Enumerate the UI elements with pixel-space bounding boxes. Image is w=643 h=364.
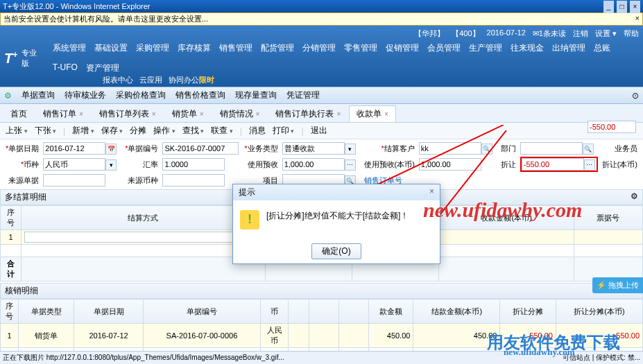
close-warning-icon[interactable]: × — [635, 14, 640, 24]
col-seq: 序号 — [1, 206, 22, 230]
help-link[interactable]: 帮助 — [624, 28, 639, 39]
close-button[interactable]: × — [630, 1, 640, 13]
allocate-button[interactable]: 分摊 — [128, 125, 148, 137]
discount-local-label: 折让(本币) — [602, 159, 637, 170]
nav-item[interactable]: 基础设置 — [94, 42, 128, 54]
subnav-item[interactable]: 协同办公 — [169, 76, 199, 84]
settings-link[interactable]: 设置 ▾ — [595, 28, 617, 39]
gear-icon[interactable]: ⚙ — [4, 91, 12, 101]
discount-local-input[interactable] — [588, 121, 636, 133]
nav-item[interactable]: 总账 — [594, 42, 610, 54]
nav-item[interactable]: 销售管理 — [219, 42, 252, 54]
curr-input[interactable] — [43, 158, 105, 171]
msg-button[interactable]: 消息 — [248, 125, 267, 137]
nav-item[interactable]: 采购管理 — [136, 42, 169, 54]
collapse-icon[interactable]: ⊙ — [632, 91, 639, 101]
save-button[interactable]: 保存 — [100, 125, 125, 137]
nav-item[interactable]: 库存核算 — [178, 42, 211, 54]
subnav-item[interactable]: 云应用 — [139, 76, 162, 84]
new-button[interactable]: 新增 — [71, 125, 96, 137]
nav-item[interactable]: T-UFO — [53, 62, 78, 74]
type-input[interactable] — [282, 142, 345, 155]
dialog-close-icon[interactable]: × — [429, 187, 434, 198]
code-input[interactable] — [162, 142, 239, 155]
dept-label: 部门 — [501, 144, 516, 154]
tab-close-icon[interactable]: × — [79, 110, 83, 118]
tb2-item[interactable]: 现存量查询 — [235, 89, 277, 101]
curr-label: 币种 — [6, 159, 39, 170]
prev-button[interactable]: 上张 — [4, 125, 29, 137]
tab-close-icon[interactable]: × — [336, 110, 341, 118]
nav-item[interactable]: 系统管理 — [53, 42, 86, 54]
nav-item[interactable]: 往来现金 — [511, 42, 544, 54]
action-button[interactable]: 操作 — [152, 125, 177, 137]
tb2-item[interactable]: 销售价格查询 — [175, 89, 225, 101]
logout-link[interactable]: 注销 — [573, 28, 588, 39]
cust-input[interactable] — [419, 142, 481, 155]
tab-item[interactable]: 销货情况× — [212, 105, 268, 122]
ok-button[interactable]: 确定(O) — [311, 243, 361, 259]
tab-item[interactable]: 销售订单× — [35, 105, 91, 122]
subnav-item[interactable]: 报表中心 — [103, 76, 133, 84]
tb2-item[interactable]: 待审核业务 — [65, 89, 106, 101]
discount-input[interactable] — [522, 158, 584, 171]
tab-item[interactable]: 销售订单列表× — [92, 105, 164, 122]
hot-badge: 限时 — [199, 76, 214, 84]
search-icon[interactable]: 🔍 — [583, 144, 594, 155]
tb2-item[interactable]: 采购价格查询 — [116, 89, 166, 101]
cell-input[interactable] — [24, 232, 262, 243]
relate-button[interactable]: 联查 — [209, 125, 234, 137]
prepay-local-input[interactable] — [419, 158, 481, 171]
rate-input[interactable] — [162, 158, 225, 171]
tab-item[interactable]: 销售订单执行表× — [268, 105, 348, 122]
exit-button[interactable]: 退出 — [309, 125, 329, 137]
maximize-button[interactable]: □ — [617, 1, 627, 13]
lookup-icon[interactable]: ⋯ — [345, 159, 356, 171]
col-bill: 票据号 — [574, 206, 642, 230]
logo: T+ — [4, 50, 17, 67]
security-warning-bar[interactable]: 当前安全设置会使计算机有风险。请单击这里更改安全设置... × — [0, 12, 643, 26]
date-label: 单据日期 — [6, 144, 39, 154]
nav-item[interactable]: 分销管理 — [302, 42, 336, 54]
tb2-item[interactable]: 凭证管理 — [286, 89, 320, 101]
print-button[interactable]: 打印 — [271, 125, 296, 137]
main-nav: 系统管理 基础设置 采购管理 库存核算 销售管理 配货管理 分销管理 零售管理 … — [47, 40, 639, 76]
tab-close-icon[interactable]: × — [256, 110, 260, 118]
top-link-msg[interactable]: ✉1条未读 — [533, 28, 566, 39]
prepay-input[interactable] — [282, 158, 345, 171]
search-icon[interactable]: 🔍 — [481, 144, 492, 155]
find-button[interactable]: 查找 — [181, 125, 206, 137]
sub-nav: 报表中心 云应用 协同办公限时 — [4, 75, 639, 85]
dropdown-icon[interactable]: ▾ — [345, 144, 356, 155]
src-input[interactable] — [43, 174, 105, 187]
tab-close-icon[interactable]: × — [384, 110, 388, 118]
src-curr-input[interactable] — [162, 174, 225, 187]
tab-close-icon[interactable]: × — [200, 110, 204, 118]
calendar-icon[interactable]: 📅 — [105, 144, 117, 155]
dropdown-icon[interactable]: ▾ — [105, 159, 117, 171]
top-link[interactable]: 【400】 — [452, 28, 479, 39]
nav-item[interactable]: 零售管理 — [344, 42, 377, 54]
next-button[interactable]: 下张 — [33, 125, 58, 137]
nav-item[interactable]: 生产管理 — [469, 42, 502, 54]
nav-item[interactable]: 资产管理 — [86, 62, 119, 74]
tab-receipt[interactable]: 收款单× — [349, 105, 396, 122]
code-label: 单据编号 — [125, 144, 158, 154]
tab-home[interactable]: 首页 — [3, 105, 35, 122]
date-input[interactable] — [43, 142, 105, 155]
minimize-button[interactable]: _ — [603, 1, 614, 13]
top-link[interactable]: 【华邦】 — [414, 28, 445, 39]
nav-item[interactable]: 促销管理 — [386, 42, 419, 54]
tb2-item[interactable]: 单据查询 — [22, 89, 55, 101]
nav-item[interactable]: 会员管理 — [427, 42, 461, 54]
nav-item[interactable]: 配货管理 — [261, 42, 294, 54]
tab-item[interactable]: 销货单× — [164, 105, 212, 122]
tab-close-icon[interactable]: × — [152, 110, 156, 118]
grid-settings-icon[interactable]: ⚙ — [631, 191, 638, 203]
dept-input[interactable] — [520, 142, 583, 155]
lookup-icon[interactable]: ⋯ — [584, 159, 595, 171]
secondary-toolbar: ⚙ 单据查询 待审核业务 采购价格查询 销售价格查询 现存量查询 凭证管理 ⊙ — [0, 87, 643, 104]
upload-float-button[interactable]: ⚡ 拖拽上传 — [592, 277, 643, 293]
cust-label: 结算客户 — [364, 144, 415, 154]
nav-item[interactable]: 出纳管理 — [552, 42, 585, 54]
